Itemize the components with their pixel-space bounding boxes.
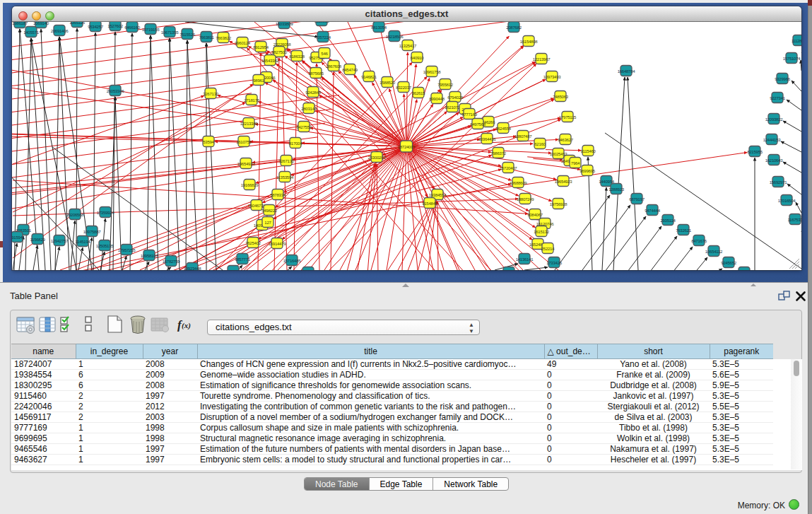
svg-text:5498222: 5498222 [261, 208, 278, 213]
svg-text:8427552: 8427552 [296, 124, 312, 129]
svg-text:18724007: 18724007 [398, 144, 416, 149]
svg-text:8912954: 8912954 [253, 45, 269, 49]
svg-text:98961: 98961 [253, 78, 264, 83]
svg-text:17016504: 17016504 [778, 198, 796, 203]
svg-text:8990448: 8990448 [429, 96, 445, 101]
svg-text:7663822: 7663822 [216, 35, 232, 40]
svg-text:20691406: 20691406 [51, 28, 69, 33]
svg-text:3267130: 3267130 [203, 91, 219, 96]
svg-text:1112844: 1112844 [792, 38, 801, 43]
svg-text:7663811: 7663811 [199, 35, 214, 40]
svg-text:8813054: 8813054 [371, 25, 387, 30]
svg-text:16120746: 16120746 [536, 221, 555, 226]
svg-text:127: 127 [264, 220, 271, 225]
svg-text:8215955: 8215955 [747, 149, 763, 154]
svg-text:252214: 252214 [541, 246, 555, 251]
svg-text:15716485: 15716485 [283, 258, 302, 263]
svg-text:9115460: 9115460 [580, 148, 596, 153]
svg-text:1986187: 1986187 [12, 22, 28, 25]
svg-text:1615132: 1615132 [534, 229, 550, 234]
svg-text:11325417: 11325417 [399, 43, 417, 48]
svg-text:2718176: 2718176 [244, 98, 260, 103]
svg-text:8186328: 8186328 [289, 54, 305, 59]
svg-text:19654923: 19654923 [237, 161, 256, 166]
svg-text:2935114: 2935114 [660, 218, 676, 223]
svg-text:16543382: 16543382 [261, 58, 280, 63]
svg-text:9777169: 9777169 [461, 112, 478, 117]
svg-text:10975887: 10975887 [83, 229, 102, 234]
svg-text:7515526: 7515526 [180, 32, 196, 37]
svg-text:6466160: 6466160 [124, 25, 141, 30]
svg-text:12213389: 12213389 [240, 121, 259, 126]
svg-text:9857771: 9857771 [235, 257, 251, 262]
svg-text:2867608: 2867608 [326, 64, 342, 69]
svg-text:1527602: 1527602 [107, 23, 124, 28]
svg-text:7986372: 7986372 [490, 151, 507, 156]
svg-text:8322037: 8322037 [396, 85, 412, 90]
svg-text:7485063: 7485063 [553, 94, 569, 99]
svg-text:10958107: 10958107 [141, 253, 159, 258]
svg-text:1588520: 1588520 [379, 80, 396, 85]
svg-text:17957255: 17957255 [118, 247, 136, 252]
svg-text:9242848: 9242848 [305, 90, 322, 95]
svg-text:12505135: 12505135 [96, 243, 114, 248]
svg-text:16914479: 16914479 [269, 241, 287, 246]
svg-text:2069140: 2069140 [33, 22, 49, 25]
svg-text:10688609: 10688609 [510, 180, 528, 185]
svg-text:362615: 362615 [412, 90, 425, 95]
svg-text:16033809: 16033809 [276, 22, 294, 26]
svg-text:1167533: 1167533 [787, 217, 801, 222]
svg-text:640910: 640910 [411, 55, 424, 60]
svg-text:3875685: 3875685 [308, 71, 324, 76]
svg-text:20364436: 20364436 [478, 136, 497, 141]
svg-text:9329966: 9329966 [775, 76, 791, 81]
svg-text:19166829: 19166829 [241, 182, 259, 187]
svg-text:9463627: 9463627 [558, 137, 574, 142]
svg-text:12213967: 12213967 [533, 57, 551, 62]
svg-text:1156829: 1156829 [30, 237, 45, 242]
svg-text:62160: 62160 [534, 141, 546, 146]
svg-text:18807249: 18807249 [517, 197, 535, 201]
svg-text:14136141: 14136141 [516, 257, 534, 262]
svg-text:17975115: 17975115 [559, 115, 577, 119]
svg-text:9474444: 9474444 [645, 208, 661, 213]
svg-text:17359924: 17359924 [97, 210, 115, 215]
svg-text:7955812: 7955812 [437, 82, 454, 87]
svg-text:15720407: 15720407 [500, 165, 518, 170]
svg-text:10654112: 10654112 [705, 249, 723, 254]
svg-text:16210643: 16210643 [765, 158, 784, 163]
svg-text:9464983: 9464983 [225, 269, 242, 270]
svg-text:9118355: 9118355 [314, 22, 329, 23]
svg-text:1610755: 1610755 [236, 139, 252, 144]
svg-text:19654923: 19654923 [555, 179, 573, 184]
svg-text:7632621: 7632621 [676, 228, 692, 233]
svg-text:19384554: 19384554 [429, 192, 447, 197]
svg-text:1440954: 1440954 [599, 179, 615, 184]
svg-text:7357224: 7357224 [315, 35, 331, 40]
svg-text:16648784: 16648784 [618, 69, 636, 74]
svg-text:12444153: 12444153 [763, 137, 782, 142]
svg-text:53594: 53594 [203, 139, 214, 144]
svg-text:9534257: 9534257 [88, 24, 104, 29]
svg-text:1621072: 1621072 [445, 105, 461, 110]
svg-text:7964: 7964 [571, 160, 580, 165]
svg-text:1733426: 1733426 [546, 260, 563, 265]
svg-text:10671355: 10671355 [161, 30, 180, 35]
svg-text:23226058: 23226058 [273, 42, 292, 47]
svg-text:2087682: 2087682 [506, 25, 522, 30]
svg-text:15751074: 15751074 [783, 56, 801, 61]
svg-text:6794028: 6794028 [447, 95, 464, 100]
svg-text:7625402: 7625402 [245, 240, 261, 245]
svg-text:9154845: 9154845 [422, 201, 438, 206]
svg-text:1288923: 1288923 [608, 187, 625, 192]
svg-text:20206568: 20206568 [66, 212, 85, 217]
svg-text:9227341: 9227341 [770, 95, 786, 100]
svg-text:9960124: 9960124 [235, 40, 251, 45]
svg-text:10923448: 10923448 [184, 266, 202, 270]
svg-text:1405571: 1405571 [23, 30, 40, 35]
svg-text:2803144: 2803144 [301, 106, 317, 111]
svg-text:11353594: 11353594 [276, 175, 294, 180]
svg-text:(x): (x) [182, 321, 191, 330]
svg-text:10719155: 10719155 [142, 27, 160, 32]
svg-text:10973493: 10973493 [543, 74, 562, 79]
